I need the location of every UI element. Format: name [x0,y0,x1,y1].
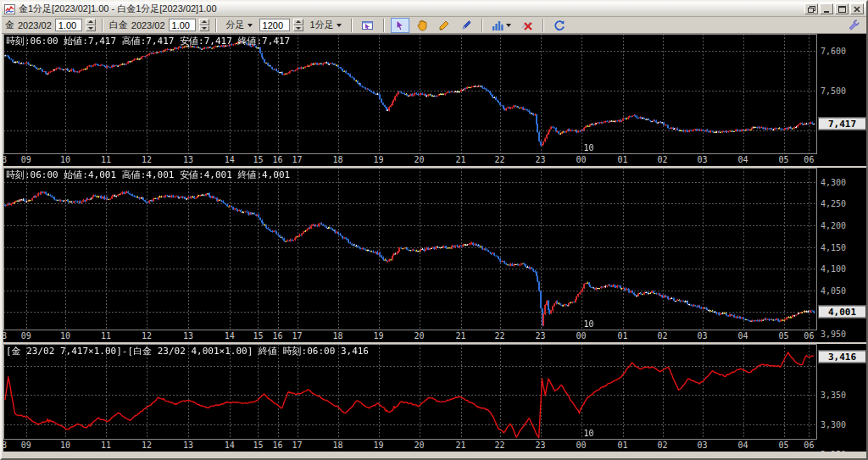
toolbar-separator [351,19,353,32]
platinum-ohlc-info: 時刻:06:00 始値:4,001 高値:4,001 安値:4,001 終値:4… [6,169,290,181]
x-axis-label: 08 [3,155,7,164]
platinum-multiplier-stepper[interactable] [199,19,209,31]
chevron-down-icon [506,24,511,27]
x-axis-label: 09 [21,331,31,341]
platinum-y-axis: 4,3004,2504,2004,1504,1004,0503,9504,001 [817,168,868,342]
y-axis-label: 7,500 [821,86,846,95]
chart-region-select-button[interactable] [359,18,377,33]
indicator-histogram-button[interactable] [489,18,515,33]
window-title: 金1分足[2023/02]1.00 - 白金1分足[2023/02]1.00 [19,3,801,15]
chart-panel-spread: [金 23/02 7,417×1.00]-[白金 23/02 4,001×1.0… [3,344,868,452]
x-axis-label: 12 [142,155,152,164]
x-axis-label: 00 [576,441,587,450]
interval-dropdown[interactable]: 1分足 [307,17,345,33]
toolbar-separator [542,19,544,32]
x-axis-label: 20 [415,441,425,450]
x-axis-label: 17 [292,331,303,341]
x-axis-label: 03 [698,155,708,164]
x-axis-label: 23 [536,155,546,164]
x-axis-label: 00 [576,331,587,341]
maximize-button[interactable] [835,3,849,14]
last-price-box: 7,417 [818,117,866,130]
y-axis-label: 4,150 [821,242,846,252]
spread-info: [金 23/02 7,417×1.00]-[白金 23/02 4,001×1.0… [6,345,369,357]
spread-line-plot[interactable] [3,344,817,440]
minimize-button[interactable] [820,3,833,14]
pencil-icon [438,19,450,31]
chart-panel-gold: 時刻:06:00 始値:7,417 高値:7,417 安値:7,417 終値:7… [3,34,868,166]
hand-pan-button[interactable] [413,18,431,33]
x-axis-label: 08 [3,441,7,450]
x-axis-label: 17 [292,155,303,164]
bar-type-dropdown[interactable]: 分足 [223,17,256,33]
x-axis-label: 01 [618,155,628,164]
y-axis-label: 4,200 [821,221,846,230]
x-axis-label: 16 [272,441,282,450]
x-axis-label: 12 [142,331,152,341]
delete-chart-button[interactable] [518,18,537,33]
x-axis-label: 12 [142,441,152,450]
pencil-draw-button[interactable] [435,18,453,33]
app-window: 金1分足[2023/02]1.00 - 白金1分足[2023/02]1.00 金… [0,0,868,460]
refresh-button[interactable] [550,18,569,33]
x-axis-label: 20 [415,155,425,164]
window-bottom-frame [3,453,868,460]
x-axis-label: 18 [333,155,343,164]
cursor-tool-button[interactable] [391,18,409,33]
pen-annotate-button[interactable] [457,18,476,33]
y-axis-label: 4,300 [821,177,846,186]
x-axis-label: 20 [415,331,425,341]
delete-x-icon [521,19,533,31]
bar-count-stepper[interactable] [293,19,303,31]
gold-multiplier-stepper[interactable] [86,19,96,31]
x-axis-label: 22 [495,441,505,450]
x-axis-label: 09 [21,155,31,164]
gold-label: 金 [5,19,14,31]
settings-wrench-button[interactable] [844,18,863,33]
y-axis-label: 4,100 [821,264,846,274]
bar-count-input[interactable]: 1200 [259,19,290,31]
x-axis-label: 04 [738,331,748,341]
float-window-button[interactable] [804,3,818,14]
x-axis-label: 06 [804,155,814,164]
window-controls [804,3,864,14]
gold-candlestick-plot[interactable] [3,34,817,154]
x-axis-label: 05 [779,441,789,450]
date-change-label: 10 [584,143,594,152]
platinum-candlestick-plot[interactable] [3,168,817,330]
gold-multiplier-input[interactable]: 1.00 [55,19,82,31]
x-axis-label: 18 [333,441,343,450]
platinum-multiplier-input[interactable]: 1.00 [169,19,196,31]
charts-container: 時刻:06:00 始値:7,417 高値:7,417 安値:7,417 終値:7… [3,34,868,453]
x-axis-label: 16 [272,155,282,164]
x-axis-label: 23 [536,331,546,341]
cursor-icon [395,19,405,31]
x-axis-label: 23 [536,441,546,450]
x-axis-label: 14 [225,155,235,164]
x-axis-label: 04 [738,441,748,450]
y-axis-label: 7,600 [821,46,846,55]
x-axis-label: 11 [101,155,111,164]
wrench-icon [849,19,860,30]
x-axis-label: 06 [804,331,814,341]
x-axis-label: 02 [658,331,668,341]
close-button[interactable] [850,3,864,14]
histogram-icon [492,19,504,31]
x-axis-label: 00 [576,155,587,164]
pen-icon [460,19,472,31]
chevron-down-icon [248,24,253,27]
refresh-icon [554,19,565,31]
x-axis-label: 19 [374,441,384,450]
x-axis-label: 14 [225,331,235,341]
x-axis-label: 16 [272,331,282,341]
y-axis-label: 3,300 [821,419,846,429]
x-axis-label: 21 [455,331,465,341]
x-axis-label: 15 [253,155,263,164]
x-axis-label: 21 [455,155,465,164]
chart-panel-platinum: 時刻:06:00 始値:4,001 高値:4,001 安値:4,001 終値:4… [3,168,868,342]
date-change-label: 10 [584,429,594,438]
toolbar: 金 2023/02 1.00 白金 2023/02 1.00 分足 1200 1… [2,17,866,34]
last-price-box: 4,001 [818,305,866,318]
x-axis-label: 05 [779,331,789,341]
x-axis-label: 10 [60,155,70,164]
